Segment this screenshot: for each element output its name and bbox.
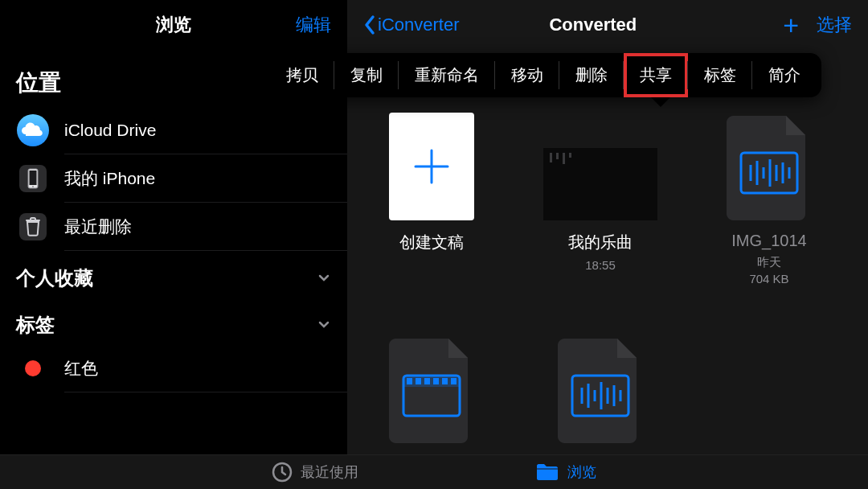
file-item-img-1014[interactable]: IMG_1014 昨天 704 KB — [709, 113, 829, 287]
file-name: IMG_1014 — [731, 232, 806, 250]
svg-rect-24 — [433, 378, 439, 384]
file-sub: 18:55 — [585, 257, 616, 273]
sidebar-item-my-iphone[interactable]: 我的 iPhone — [0, 154, 347, 203]
trash-icon — [16, 210, 50, 244]
ctx-delete[interactable]: 删除 — [559, 53, 624, 97]
create-doc-thumb — [389, 113, 474, 220]
page-title: Converted — [403, 14, 783, 35]
ctx-copy[interactable]: 拷贝 — [270, 53, 334, 97]
select-button[interactable]: 选择 — [817, 13, 852, 37]
sidebar-item-icloud-drive[interactable]: iCloud Drive — [0, 106, 347, 154]
svg-rect-25 — [442, 378, 448, 384]
svg-rect-8 — [556, 153, 559, 159]
locations-label: 位置 — [16, 68, 61, 98]
sidebar-item-recently-deleted[interactable]: 最近删除 — [0, 203, 347, 251]
tab-label: 浏览 — [567, 462, 596, 482]
tab-recent[interactable]: 最近使用 — [272, 462, 358, 483]
edit-button[interactable]: 编辑 — [296, 13, 331, 37]
svg-rect-26 — [451, 378, 457, 384]
svg-rect-10 — [569, 153, 571, 158]
clock-icon — [272, 462, 293, 483]
svg-point-4 — [32, 186, 34, 187]
chevron-down-icon — [317, 271, 331, 286]
sidebar-tag-red[interactable]: 红色 — [0, 344, 347, 392]
file-sub2: 704 KB — [749, 270, 788, 287]
ctx-rename[interactable]: 重新命名 — [399, 53, 495, 97]
svg-rect-7 — [550, 153, 552, 162]
file-name: 我的乐曲 — [568, 232, 633, 253]
audio-file-thumb — [558, 335, 643, 443]
audio-file-thumb — [727, 113, 812, 220]
main-pane: iConverter Converted + 选择 拷贝 复制 重新命名 移动 … — [347, 0, 868, 454]
ctx-tags[interactable]: 标签 — [688, 53, 752, 97]
ctx-share[interactable]: 共享 — [624, 53, 688, 97]
file-item-video[interactable] — [371, 335, 492, 454]
tag-dot-icon — [16, 351, 50, 385]
icloud-icon — [16, 113, 50, 147]
tab-label: 最近使用 — [301, 462, 358, 482]
sidebar-item-label: 红色 — [64, 357, 98, 380]
sidebar-item-label: 最近删除 — [64, 216, 132, 238]
svg-rect-9 — [563, 153, 565, 164]
context-menu: 拷贝 复制 重新命名 移动 删除 共享 标签 简介 — [265, 53, 821, 97]
folder-icon — [535, 462, 559, 482]
bottom-tab-bar: 最近使用 浏览 — [0, 454, 868, 489]
sidebar-title: 浏览 — [156, 13, 191, 37]
tags-header[interactable]: 标签 — [0, 298, 347, 344]
ctx-info[interactable]: 简介 — [752, 53, 817, 97]
chevron-left-icon — [363, 14, 376, 35]
favorites-header[interactable]: 个人收藏 — [0, 251, 347, 298]
sidebar-item-label: 我的 iPhone — [64, 167, 155, 190]
tab-browse[interactable]: 浏览 — [535, 462, 596, 482]
ctx-move[interactable]: 移动 — [495, 53, 559, 97]
svg-rect-22 — [416, 378, 421, 384]
chevron-down-icon — [317, 318, 331, 332]
file-name: 创建文稿 — [399, 232, 464, 253]
svg-rect-3 — [30, 171, 37, 185]
svg-rect-6 — [543, 148, 657, 220]
svg-rect-23 — [424, 378, 430, 384]
svg-rect-21 — [407, 378, 412, 384]
sidebar-item-label: iCloud Drive — [64, 121, 156, 140]
tags-label: 标签 — [16, 312, 55, 338]
iphone-icon — [16, 162, 50, 195]
file-sub: 昨天 — [757, 253, 781, 270]
file-item-create[interactable]: 创建文稿 — [371, 113, 492, 287]
ctx-duplicate[interactable]: 复制 — [334, 53, 399, 97]
video-file-thumb — [389, 335, 474, 443]
main-header: iConverter Converted + 选择 — [347, 0, 868, 50]
music-thumb — [543, 148, 657, 220]
favorites-label: 个人收藏 — [16, 265, 93, 291]
file-item-audio[interactable] — [540, 335, 661, 454]
add-button[interactable]: + — [783, 11, 799, 39]
file-grid: 创建文稿 我的乐曲 18:55 IMG_1014 昨天 — [347, 113, 868, 454]
plus-icon — [407, 142, 456, 191]
file-item-my-song[interactable]: 我的乐曲 18:55 — [540, 113, 661, 287]
